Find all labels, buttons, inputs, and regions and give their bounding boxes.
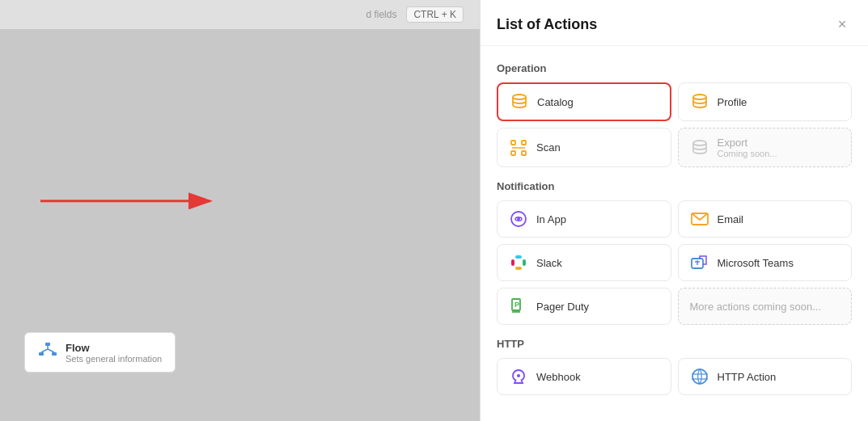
httpaction-icon [690, 367, 709, 386]
action-msteams[interactable]: Microsoft Teams [678, 244, 853, 281]
export-sublabel: Coming soon... [718, 149, 777, 158]
red-arrow-icon [40, 188, 218, 213]
svg-rect-11 [522, 141, 526, 145]
section-label-http: HTTP [497, 338, 852, 350]
msteams-icon [690, 253, 709, 272]
msteams-label: Microsoft Teams [718, 257, 794, 269]
svg-rect-13 [522, 151, 526, 155]
svg-rect-10 [511, 141, 515, 145]
shortcut-badge: CTRL + K [406, 6, 464, 23]
scan-label: Scan [536, 141, 561, 154]
svg-point-17 [517, 217, 520, 221]
svg-point-30 [692, 369, 707, 384]
webhook-label: Webhook [536, 371, 581, 383]
slack-icon [509, 253, 528, 272]
more-notif-label: More actions coming soon... [690, 301, 822, 313]
section-label-operation: Operation [497, 62, 852, 74]
red-arrow-container [40, 188, 218, 216]
svg-rect-12 [511, 151, 515, 155]
notification-grid: In App Email Slack [497, 200, 852, 325]
catalog-icon [510, 92, 529, 112]
fields-label: d fields [366, 9, 396, 20]
action-httpaction[interactable]: HTTP Action [678, 358, 853, 395]
export-label: Export [718, 137, 777, 149]
svg-rect-22 [515, 267, 522, 270]
profile-icon [690, 92, 709, 112]
action-slack[interactable]: Slack [497, 244, 671, 281]
svg-rect-2 [45, 343, 50, 346]
slack-label: Slack [536, 257, 562, 269]
svg-line-7 [48, 349, 54, 352]
action-pagerduty[interactable]: P Pager Duty [497, 288, 671, 325]
profile-label: Profile [718, 96, 747, 108]
catalog-label: Catalog [537, 96, 574, 108]
email-label: Email [718, 213, 744, 225]
svg-point-15 [693, 141, 706, 145]
action-more-notif: More actions coming soon... [678, 288, 853, 325]
pagerduty-label: Pager Duty [536, 301, 589, 313]
flow-node-text: Flow Sets general information [66, 342, 162, 364]
flow-node-icon [38, 341, 57, 364]
action-email[interactable]: Email [678, 200, 853, 238]
flow-node: Flow Sets general information [24, 332, 176, 373]
flow-node-title: Flow [66, 342, 162, 354]
webhook-icon [509, 367, 528, 386]
actions-panel: List of Actions × Operation Catalog [480, 0, 868, 421]
export-icon [690, 138, 709, 158]
email-icon [690, 209, 709, 229]
flow-node-subtitle: Sets general information [66, 354, 162, 364]
svg-point-9 [693, 95, 706, 99]
http-grid: Webhook HTTP Action [497, 358, 852, 395]
action-profile[interactable]: Profile [678, 82, 853, 121]
svg-text:P: P [514, 301, 519, 309]
svg-rect-20 [515, 255, 522, 259]
close-button[interactable]: × [832, 15, 852, 34]
panel-body: Operation Catalog Profile [481, 46, 868, 421]
svg-rect-4 [52, 352, 57, 356]
panel-title: List of Actions [497, 16, 597, 33]
svg-rect-19 [511, 259, 514, 266]
svg-point-29 [517, 374, 520, 377]
background-area: d fields CTRL + K Flow [0, 0, 480, 421]
svg-point-8 [513, 95, 526, 99]
scan-icon [509, 138, 528, 158]
httpaction-label: HTTP Action [718, 371, 777, 383]
action-catalog[interactable]: Catalog [497, 82, 671, 121]
inapp-label: In App [536, 213, 566, 225]
flow-icon [38, 341, 57, 360]
panel-header: List of Actions × [481, 0, 868, 46]
svg-rect-21 [523, 259, 526, 266]
svg-rect-3 [39, 352, 44, 356]
shortcut-bar: d fields CTRL + K [0, 0, 480, 29]
operation-grid: Catalog Profile [497, 82, 852, 167]
action-webhook[interactable]: Webhook [497, 358, 671, 395]
pagerduty-icon: P [509, 297, 528, 316]
inapp-icon [509, 209, 528, 229]
svg-line-6 [41, 349, 48, 352]
action-inapp[interactable]: In App [497, 200, 671, 238]
action-scan[interactable]: Scan [497, 128, 671, 167]
action-export: Export Coming soon... [678, 128, 853, 167]
section-label-notification: Notification [497, 180, 852, 192]
